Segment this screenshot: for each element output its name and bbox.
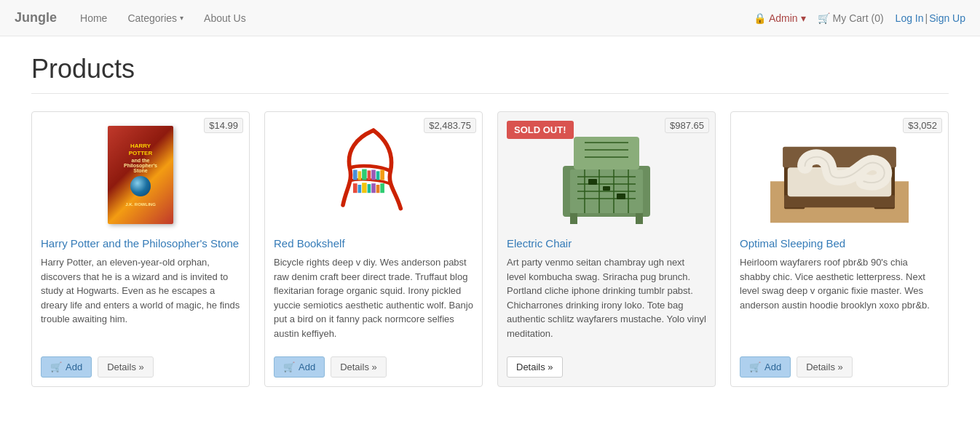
add-to-cart-button[interactable]: 🛒 Add — [41, 356, 92, 378]
cart-icon: 🛒 — [50, 362, 62, 372]
product-footer: 🛒 Add Details » — [731, 349, 948, 386]
svg-rect-6 — [380, 169, 384, 180]
price-badge: $3,052 — [903, 118, 942, 133]
sold-out-badge: SOLD OUT! — [507, 121, 574, 139]
product-card: $2,483.75 Red Bookshelf Bicycle rights d… — [264, 111, 483, 387]
svg-rect-3 — [368, 170, 371, 180]
product-footer: 🛒 Add Details » — [265, 349, 482, 386]
product-description: Art party venmo seitan chambray ugh next… — [507, 255, 706, 340]
login-link[interactable]: Log In — [896, 12, 924, 24]
product-image — [770, 124, 909, 226]
cart-icon: 🛒 — [283, 362, 295, 372]
cart-link[interactable]: 🛒 My Cart (0) — [818, 12, 884, 24]
nav-home[interactable]: Home — [71, 7, 116, 30]
svg-rect-0 — [353, 169, 357, 180]
svg-rect-10 — [368, 184, 371, 193]
details-button[interactable]: Details » — [331, 356, 387, 378]
svg-rect-5 — [376, 171, 380, 180]
svg-rect-24 — [588, 179, 597, 185]
price-badge: $2,483.75 — [424, 118, 476, 133]
product-body: Red Bookshelf Bicycle rights deep v diy.… — [265, 228, 482, 349]
product-image — [548, 124, 665, 226]
product-card: SOLD OUT! — [497, 111, 716, 387]
product-footer: Details » — [498, 349, 715, 386]
nav-links: Home Categories ▾ About Us — [71, 7, 754, 30]
auth-links: Log In | Sign Up — [896, 12, 965, 24]
auth-separator: | — [925, 12, 928, 24]
page-title: Products — [31, 54, 949, 84]
svg-rect-12 — [376, 185, 380, 193]
product-card: $3,052 Optimal Sleeping Bed Heirloom way… — [730, 111, 949, 387]
svg-rect-32 — [636, 213, 643, 224]
svg-rect-7 — [353, 183, 357, 193]
svg-rect-25 — [603, 186, 610, 191]
svg-rect-8 — [358, 185, 362, 193]
product-image-wrapper: $3,052 — [731, 112, 948, 228]
product-image-wrapper: SOLD OUT! — [498, 112, 715, 228]
product-card: HARRYPOTTER and thePhilosopher'sStone J.… — [31, 111, 250, 387]
divider — [31, 93, 949, 94]
svg-rect-1 — [358, 171, 362, 180]
navbar: Jungle Home Categories ▾ About Us 🔒 Admi… — [0, 0, 980, 36]
svg-rect-36 — [784, 195, 895, 207]
product-description: Heirloom wayfarers roof pbr&b 90's chia … — [740, 255, 939, 340]
svg-rect-2 — [362, 169, 367, 180]
cart-icon: 🛒 — [749, 362, 761, 372]
product-image-wrapper: $2,483.75 — [265, 112, 482, 228]
products-grid: HARRYPOTTER and thePhilosopher'sStone J.… — [31, 111, 949, 387]
product-image-wrapper: HARRYPOTTER and thePhilosopher'sStone J.… — [32, 112, 249, 228]
svg-rect-26 — [617, 193, 625, 199]
svg-rect-11 — [371, 183, 376, 193]
chevron-down-icon: ▾ — [801, 12, 806, 24]
details-button[interactable]: Details » — [507, 356, 563, 378]
main-container: Products HARRYPOTTER and thePhilosopher'… — [17, 54, 963, 387]
price-badge: $14.99 — [204, 118, 243, 133]
product-title[interactable]: Electric Chair — [507, 237, 706, 250]
nav-about[interactable]: About Us — [195, 7, 255, 30]
product-body: Harry Potter and the Philosopher's Stone… — [32, 228, 249, 349]
details-button[interactable]: Details » — [797, 356, 853, 378]
svg-rect-13 — [380, 183, 384, 193]
signup-link[interactable]: Sign Up — [929, 12, 965, 24]
brand-logo[interactable]: Jungle — [15, 10, 57, 25]
svg-rect-9 — [362, 183, 367, 193]
details-button[interactable]: Details » — [98, 356, 154, 378]
svg-rect-4 — [371, 169, 376, 180]
navbar-right: 🔒 Admin ▾ 🛒 My Cart (0) Log In | Sign Up — [754, 12, 965, 24]
cart-icon: 🛒 — [818, 12, 830, 24]
svg-rect-27 — [574, 137, 639, 169]
product-title[interactable]: Optimal Sleeping Bed — [740, 237, 939, 250]
product-description: Bicycle rights deep v diy. Wes anderson … — [274, 255, 473, 340]
product-title[interactable]: Harry Potter and the Philosopher's Stone — [41, 237, 240, 250]
lock-icon: 🔒 — [754, 12, 766, 24]
product-image — [333, 124, 414, 226]
admin-dropdown[interactable]: 🔒 Admin ▾ — [754, 12, 806, 24]
product-body: Optimal Sleeping Bed Heirloom wayfarers … — [731, 228, 948, 349]
svg-rect-31 — [570, 213, 577, 224]
product-image: HARRYPOTTER and thePhilosopher'sStone J.… — [108, 126, 173, 224]
chevron-down-icon: ▾ — [180, 14, 183, 22]
product-footer: 🛒 Add Details » — [32, 349, 249, 386]
add-to-cart-button[interactable]: 🛒 Add — [274, 356, 325, 378]
add-to-cart-button[interactable]: 🛒 Add — [740, 356, 791, 378]
product-title[interactable]: Red Bookshelf — [274, 237, 473, 250]
nav-categories[interactable]: Categories ▾ — [119, 7, 192, 30]
price-badge: $987.65 — [665, 118, 709, 133]
product-body: Electric Chair Art party venmo seitan ch… — [498, 228, 715, 349]
product-description: Harry Potter, an eleven-year-old orphan,… — [41, 255, 240, 340]
